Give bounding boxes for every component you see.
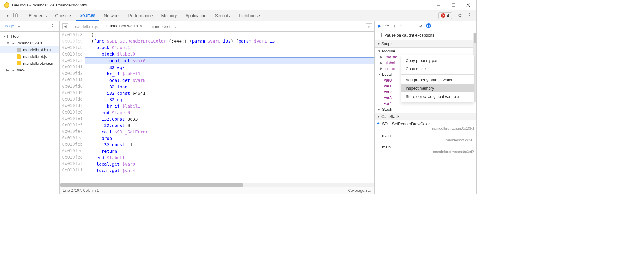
tree-file-scheme[interactable]: ▶ file:// — [0, 67, 59, 73]
tree-file-wasm-label: mandelbrot.wasm — [23, 61, 55, 66]
title-bar: DevTools - localhost:5501/mandelbrot.htm… — [0, 0, 476, 10]
error-count: 4 — [447, 13, 449, 18]
tree-file-js[interactable]: mandelbrot.js — [0, 53, 59, 60]
ctx-inspect-memory[interactable]: Inspect memory — [401, 84, 474, 92]
tree-file-scheme-label: file:// — [17, 68, 25, 72]
code-editor[interactable]: 0x010fc8 0x010fc9 0x010fcb 0x010fcd 0x01… — [60, 32, 374, 183]
editor-tab-cc[interactable]: mandelbrot.cc — [146, 22, 180, 31]
editor-tab-wasm-label: mandelbrot.wasm — [106, 24, 138, 28]
ctx-copy-property-path[interactable]: Copy property path — [401, 56, 474, 65]
step-icon[interactable]: → — [406, 23, 411, 28]
navigator-menu-icon[interactable]: ⋮ — [48, 23, 57, 29]
tab-performance[interactable]: Performance — [124, 10, 156, 21]
tab-elements[interactable]: Elements — [25, 10, 50, 21]
horizontal-scrollbar[interactable] — [60, 183, 374, 187]
tab-memory[interactable]: Memory — [158, 10, 181, 21]
tab-application[interactable]: Application — [182, 10, 210, 21]
code-body[interactable]: ) (func $SDL_SetRenderDrawColor (;444;) … — [85, 32, 374, 183]
gutter: 0x010fc8 0x010fc9 0x010fcb 0x010fcd 0x01… — [60, 32, 85, 183]
tree-file-js-label: mandelbrot.js — [23, 54, 47, 59]
navigator-tab-page[interactable]: Page — [3, 21, 16, 31]
error-badge[interactable]: ✕ 4 — [438, 12, 452, 19]
editor-nav-back[interactable]: ◀ — [62, 23, 68, 29]
step-into-icon[interactable]: ↓ — [393, 23, 396, 28]
close-button[interactable] — [461, 1, 475, 10]
navigator-sidebar: Page » ⋮ ▼ top ▼ localhost:5501 mandelbr… — [0, 21, 60, 194]
pause-icon[interactable]: ❚❚ — [426, 23, 431, 28]
step-over-icon[interactable]: ↷ — [385, 23, 389, 28]
editor-pane: ◀ mandelbrot.js mandelbrot.wasm × mandel… — [60, 21, 375, 194]
maximize-button[interactable] — [446, 1, 460, 10]
cursor-position: Line 27107, Column 1 — [63, 188, 99, 193]
ctx-add-to-watch[interactable]: Add property path to watch — [401, 76, 474, 84]
window-title: DevTools - localhost:5501/mandelbrot.htm… — [12, 3, 432, 7]
call-stack-frame-0[interactable]: SDL_SetRenderDrawColor mandelbrot.wasm:0… — [375, 120, 476, 132]
close-icon[interactable]: × — [140, 24, 142, 28]
app-icon — [4, 2, 9, 8]
svg-rect-1 — [452, 4, 455, 7]
editor-tab-wasm[interactable]: mandelbrot.wasm × — [102, 21, 146, 31]
tab-network[interactable]: Network — [100, 10, 123, 21]
tree-top[interactable]: ▼ top — [0, 33, 59, 40]
tree-top-label: top — [13, 34, 19, 39]
device-toolbar-icon[interactable] — [13, 13, 18, 18]
tab-sources[interactable]: Sources — [76, 10, 99, 21]
editor-tab-js-label: mandelbrot.js — [74, 24, 98, 29]
window-controls — [432, 1, 475, 10]
pause-exceptions-label: Pause on caught exceptions — [384, 33, 434, 37]
settings-icon[interactable]: ⚙ — [456, 13, 464, 18]
ctx-store-as-global[interactable]: Store object as global variable — [401, 92, 474, 101]
scope-stack[interactable]: ▶Stack — [375, 106, 476, 112]
tab-console[interactable]: Console — [51, 10, 74, 21]
deactivate-breakpoints-icon[interactable]: ⌀ — [419, 23, 422, 28]
scope-section-header[interactable]: ▼Scope — [375, 40, 476, 48]
editor-nav-forward[interactable]: ▶ — [366, 23, 372, 29]
inspect-element-icon[interactable] — [5, 13, 9, 18]
error-icon: ✕ — [441, 13, 445, 18]
more-icon[interactable]: ⋮ — [465, 13, 474, 18]
editor-tab-cc-label: mandelbrot.cc — [150, 24, 176, 29]
resume-icon[interactable]: ▶ — [378, 23, 381, 28]
ctx-copy-object[interactable]: Copy object — [401, 65, 474, 73]
pause-exceptions-checkbox[interactable] — [378, 33, 382, 37]
navigator-more-icon[interactable]: » — [17, 24, 20, 29]
call-stack-frame-1[interactable]: main mandelbrot.cc:41 — [375, 132, 476, 144]
minimize-button[interactable] — [432, 1, 446, 10]
tree-file-html-label: mandelbrot.html — [23, 48, 51, 52]
tab-lighthouse[interactable]: Lighthouse — [235, 10, 264, 21]
call-stack-frame-2[interactable]: main mandelbrot.wasm:0x3ef2 — [375, 144, 476, 155]
tree-origin-label: localhost:5501 — [17, 41, 43, 45]
coverage-status: Coverage: n/a — [348, 188, 371, 193]
context-menu: Copy property path Copy object Add prope… — [401, 55, 474, 102]
debugger-panel: ▶ ↷ ↓ ↑ → ⌀ ❚❚ Pause on caught exception… — [375, 21, 476, 194]
tree-origin[interactable]: ▼ localhost:5501 — [0, 40, 59, 46]
svg-rect-6 — [15, 14, 17, 17]
step-out-icon[interactable]: ↑ — [400, 23, 402, 28]
tree-file-wasm[interactable]: mandelbrot.wasm — [0, 60, 59, 67]
main-tab-bar: Elements Console Sources Network Perform… — [0, 10, 476, 21]
call-stack-section-header[interactable]: ▼Call Stack — [375, 113, 476, 120]
tree-file-html[interactable]: mandelbrot.html — [0, 46, 59, 53]
editor-tab-js[interactable]: mandelbrot.js — [70, 22, 102, 31]
tab-security[interactable]: Security — [211, 10, 234, 21]
scope-module[interactable]: ▼Module — [375, 48, 476, 54]
